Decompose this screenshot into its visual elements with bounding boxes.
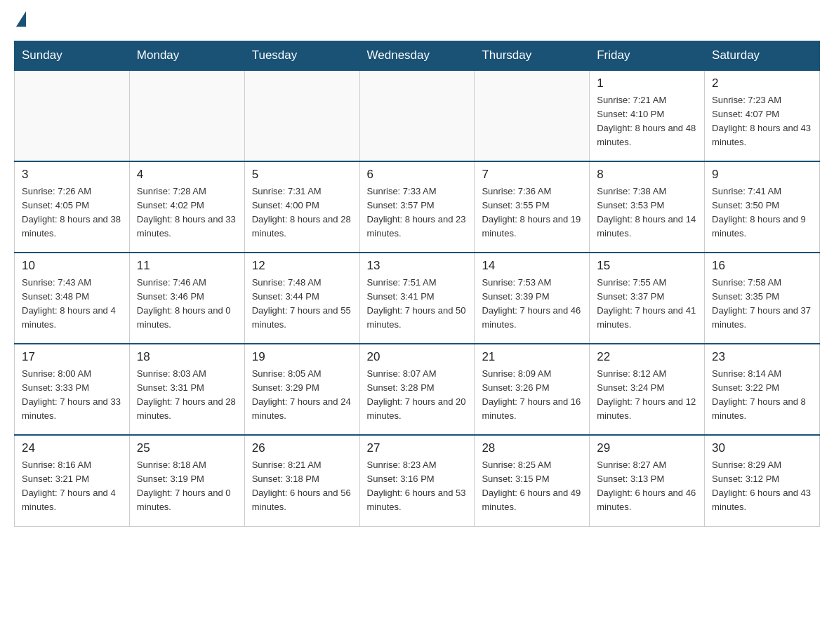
logo-triangle-icon: [16, 11, 26, 27]
day-number: 25: [137, 441, 237, 455]
calendar-cell: 23Sunrise: 8:14 AMSunset: 3:22 PMDayligh…: [705, 344, 820, 435]
day-info: Sunrise: 8:14 AMSunset: 3:22 PMDaylight:…: [712, 367, 812, 424]
day-info: Sunrise: 8:21 AMSunset: 3:18 PMDaylight:…: [252, 458, 352, 515]
day-info: Sunrise: 8:07 AMSunset: 3:28 PMDaylight:…: [367, 367, 468, 424]
day-number: 14: [482, 259, 582, 273]
calendar-cell: 6Sunrise: 7:33 AMSunset: 3:57 PMDaylight…: [359, 161, 475, 253]
calendar-cell: 8Sunrise: 7:38 AMSunset: 3:53 PMDaylight…: [590, 161, 705, 253]
day-info: Sunrise: 8:12 AMSunset: 3:24 PMDaylight:…: [597, 367, 697, 424]
day-info: Sunrise: 7:38 AMSunset: 3:53 PMDaylight:…: [597, 185, 697, 241]
day-number: 21: [482, 350, 582, 364]
calendar-cell: 1Sunrise: 7:21 AMSunset: 4:10 PMDaylight…: [590, 70, 705, 161]
calendar-cell: 25Sunrise: 8:18 AMSunset: 3:19 PMDayligh…: [129, 435, 244, 526]
day-number: 12: [252, 259, 352, 273]
calendar-cell: 20Sunrise: 8:07 AMSunset: 3:28 PMDayligh…: [359, 344, 475, 435]
day-number: 5: [252, 168, 352, 182]
weekday-header-tuesday: Tuesday: [244, 41, 359, 71]
day-info: Sunrise: 7:28 AMSunset: 4:02 PMDaylight:…: [137, 185, 237, 241]
page-header: [14, 14, 820, 27]
weekday-header-wednesday: Wednesday: [359, 41, 475, 71]
day-info: Sunrise: 7:36 AMSunset: 3:55 PMDaylight:…: [482, 185, 582, 241]
day-info: Sunrise: 8:29 AMSunset: 3:12 PMDaylight:…: [712, 458, 812, 515]
day-number: 22: [597, 350, 697, 364]
week-row-2: 3Sunrise: 7:26 AMSunset: 4:05 PMDaylight…: [15, 161, 820, 253]
calendar-cell: 4Sunrise: 7:28 AMSunset: 4:02 PMDaylight…: [129, 161, 244, 253]
day-info: Sunrise: 8:23 AMSunset: 3:16 PMDaylight:…: [367, 458, 468, 515]
calendar-cell: 5Sunrise: 7:31 AMSunset: 4:00 PMDaylight…: [244, 161, 359, 253]
day-number: 8: [597, 168, 697, 182]
calendar-cell: [475, 70, 590, 161]
day-info: Sunrise: 8:25 AMSunset: 3:15 PMDaylight:…: [482, 458, 582, 515]
weekday-header-monday: Monday: [129, 41, 244, 71]
day-info: Sunrise: 7:46 AMSunset: 3:46 PMDaylight:…: [137, 276, 237, 333]
day-number: 17: [22, 350, 122, 364]
calendar-cell: 28Sunrise: 8:25 AMSunset: 3:15 PMDayligh…: [475, 435, 590, 526]
day-info: Sunrise: 7:48 AMSunset: 3:44 PMDaylight:…: [252, 276, 352, 333]
day-number: 7: [482, 168, 582, 182]
calendar-cell: 27Sunrise: 8:23 AMSunset: 3:16 PMDayligh…: [359, 435, 475, 526]
calendar-table: SundayMondayTuesdayWednesdayThursdayFrid…: [14, 41, 820, 527]
day-number: 23: [712, 350, 812, 364]
calendar-cell: 9Sunrise: 7:41 AMSunset: 3:50 PMDaylight…: [705, 161, 820, 253]
day-info: Sunrise: 7:55 AMSunset: 3:37 PMDaylight:…: [597, 276, 697, 333]
day-number: 11: [137, 259, 237, 273]
calendar-cell: 22Sunrise: 8:12 AMSunset: 3:24 PMDayligh…: [590, 344, 705, 435]
day-info: Sunrise: 8:27 AMSunset: 3:13 PMDaylight:…: [597, 458, 697, 515]
calendar-cell: 17Sunrise: 8:00 AMSunset: 3:33 PMDayligh…: [15, 344, 130, 435]
day-info: Sunrise: 8:18 AMSunset: 3:19 PMDaylight:…: [137, 458, 237, 515]
calendar-cell: 30Sunrise: 8:29 AMSunset: 3:12 PMDayligh…: [705, 435, 820, 526]
calendar-cell: 24Sunrise: 8:16 AMSunset: 3:21 PMDayligh…: [15, 435, 130, 526]
calendar-cell: [129, 70, 244, 161]
day-info: Sunrise: 7:21 AMSunset: 4:10 PMDaylight:…: [597, 93, 697, 150]
day-number: 16: [712, 259, 812, 273]
day-number: 30: [712, 441, 812, 455]
day-number: 19: [252, 350, 352, 364]
day-number: 10: [22, 259, 122, 273]
day-info: Sunrise: 8:03 AMSunset: 3:31 PMDaylight:…: [137, 367, 237, 424]
week-row-4: 17Sunrise: 8:00 AMSunset: 3:33 PMDayligh…: [15, 344, 820, 435]
day-info: Sunrise: 7:53 AMSunset: 3:39 PMDaylight:…: [482, 276, 582, 333]
calendar-cell: 7Sunrise: 7:36 AMSunset: 3:55 PMDaylight…: [475, 161, 590, 253]
day-info: Sunrise: 7:31 AMSunset: 4:00 PMDaylight:…: [252, 185, 352, 241]
day-info: Sunrise: 7:33 AMSunset: 3:57 PMDaylight:…: [367, 185, 468, 241]
weekday-header-row: SundayMondayTuesdayWednesdayThursdayFrid…: [15, 41, 820, 71]
day-info: Sunrise: 8:00 AMSunset: 3:33 PMDaylight:…: [22, 367, 122, 424]
day-number: 6: [367, 168, 468, 182]
calendar-cell: 2Sunrise: 7:23 AMSunset: 4:07 PMDaylight…: [705, 70, 820, 161]
day-number: 3: [22, 168, 122, 182]
day-info: Sunrise: 8:09 AMSunset: 3:26 PMDaylight:…: [482, 367, 582, 424]
day-info: Sunrise: 7:41 AMSunset: 3:50 PMDaylight:…: [712, 185, 812, 241]
day-info: Sunrise: 7:43 AMSunset: 3:48 PMDaylight:…: [22, 276, 122, 333]
calendar-cell: [359, 70, 475, 161]
day-info: Sunrise: 8:16 AMSunset: 3:21 PMDaylight:…: [22, 458, 122, 515]
calendar-cell: 11Sunrise: 7:46 AMSunset: 3:46 PMDayligh…: [129, 253, 244, 344]
week-row-3: 10Sunrise: 7:43 AMSunset: 3:48 PMDayligh…: [15, 253, 820, 344]
calendar-cell: 12Sunrise: 7:48 AMSunset: 3:44 PMDayligh…: [244, 253, 359, 344]
logo: [14, 14, 26, 27]
calendar-cell: 18Sunrise: 8:03 AMSunset: 3:31 PMDayligh…: [129, 344, 244, 435]
day-number: 24: [22, 441, 122, 455]
day-info: Sunrise: 7:58 AMSunset: 3:35 PMDaylight:…: [712, 276, 812, 333]
day-number: 28: [482, 441, 582, 455]
day-number: 1: [597, 76, 697, 90]
day-info: Sunrise: 7:26 AMSunset: 4:05 PMDaylight:…: [22, 185, 122, 241]
day-number: 15: [597, 259, 697, 273]
day-number: 4: [137, 168, 237, 182]
calendar-cell: [244, 70, 359, 161]
calendar-cell: [15, 70, 130, 161]
calendar-cell: 10Sunrise: 7:43 AMSunset: 3:48 PMDayligh…: [15, 253, 130, 344]
day-number: 13: [367, 259, 468, 273]
day-number: 27: [367, 441, 468, 455]
calendar-cell: 15Sunrise: 7:55 AMSunset: 3:37 PMDayligh…: [590, 253, 705, 344]
day-number: 9: [712, 168, 812, 182]
day-number: 26: [252, 441, 352, 455]
calendar-cell: 26Sunrise: 8:21 AMSunset: 3:18 PMDayligh…: [244, 435, 359, 526]
calendar-cell: 19Sunrise: 8:05 AMSunset: 3:29 PMDayligh…: [244, 344, 359, 435]
weekday-header-saturday: Saturday: [705, 41, 820, 71]
weekday-header-thursday: Thursday: [475, 41, 590, 71]
day-number: 20: [367, 350, 468, 364]
day-number: 29: [597, 441, 697, 455]
day-info: Sunrise: 7:51 AMSunset: 3:41 PMDaylight:…: [367, 276, 468, 333]
day-info: Sunrise: 8:05 AMSunset: 3:29 PMDaylight:…: [252, 367, 352, 424]
week-row-5: 24Sunrise: 8:16 AMSunset: 3:21 PMDayligh…: [15, 435, 820, 526]
